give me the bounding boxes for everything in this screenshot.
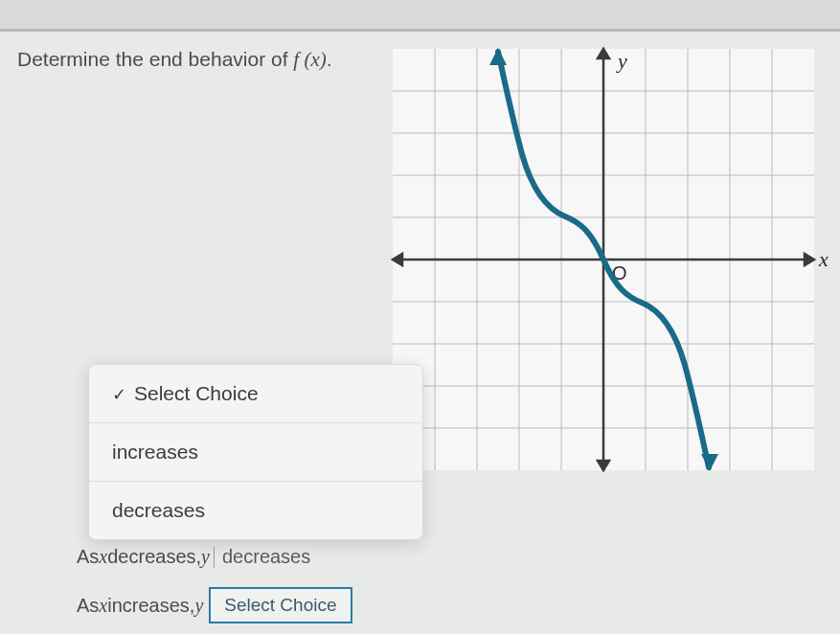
y-axis-label: y xyxy=(616,49,627,73)
answer1-yvar: y xyxy=(201,546,210,568)
prompt-text-after: . xyxy=(327,48,332,70)
answer2-xvar: x xyxy=(99,595,107,617)
answer1-value: decreases xyxy=(222,546,310,568)
graph-svg: y x O xyxy=(388,44,829,485)
prompt-function: f (x) xyxy=(293,48,326,71)
dropdown-option-label: decreases xyxy=(112,499,205,521)
select-choice-button[interactable]: Select Choice xyxy=(209,587,352,623)
answer2-yvar: y xyxy=(194,595,203,617)
answer1-mid: decreases, xyxy=(107,546,201,568)
graph-container: y x O xyxy=(388,44,829,485)
check-icon: ✓ xyxy=(112,385,126,404)
answer-row-2: As x increases, y Select Choice xyxy=(77,587,352,623)
answer-row-1: As x decreases, y decreases xyxy=(77,546,352,568)
dropdown-panel: ✓Select Choice increases decreases xyxy=(88,364,423,540)
answer1-xvar: x xyxy=(99,546,107,568)
select-choice-label: Select Choice xyxy=(224,595,336,616)
dropdown-option-decreases[interactable]: decreases xyxy=(89,482,422,539)
dropdown-option-increases[interactable]: increases xyxy=(89,423,422,482)
answer1-prefix: As xyxy=(77,546,99,568)
dropdown-placeholder-option[interactable]: ✓Select Choice xyxy=(89,365,422,423)
divider xyxy=(214,547,215,568)
prompt-text-before: Determine the end behavior of xyxy=(17,48,293,70)
x-axis-label: x xyxy=(818,247,829,271)
answer2-mid: increases, xyxy=(107,595,194,617)
answer2-prefix: As xyxy=(77,595,99,617)
answers-block: As x decreases, y decreases As x increas… xyxy=(77,546,352,634)
dropdown-placeholder-text: Select Choice xyxy=(134,382,259,404)
dropdown-option-label: increases xyxy=(112,441,198,463)
question-prompt: Determine the end behavior of f (x). xyxy=(17,48,332,72)
